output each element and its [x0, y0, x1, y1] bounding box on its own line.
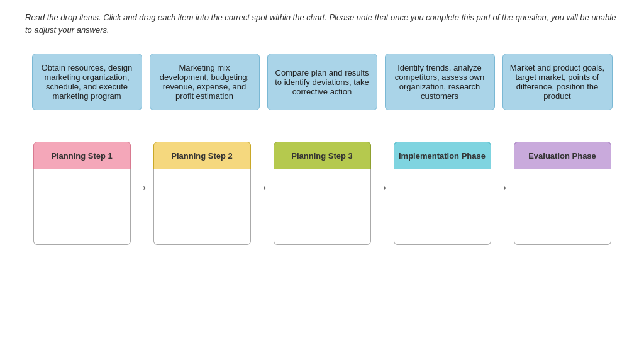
drop-header-col3: Planning Step 3 — [274, 142, 371, 169]
drop-column-col3: Planning Step 3 — [274, 142, 371, 245]
drop-zone-section: Planning Step 1→Planning Step 2→Planning… — [0, 123, 644, 251]
drop-column-col1: Planning Step 1 — [33, 142, 131, 245]
drop-column-col4: Implementation Phase — [394, 142, 491, 245]
arrow-3: → — [371, 179, 394, 196]
drop-header-col4: Implementation Phase — [394, 142, 491, 169]
drag-item-item1[interactable]: Obtain resources, design marketing organ… — [32, 54, 142, 110]
drag-items-container: Obtain resources, design marketing organ… — [0, 42, 644, 116]
drop-column-col2: Planning Step 2 — [153, 142, 251, 245]
drop-box-col5[interactable] — [514, 169, 611, 245]
arrow-2: → — [251, 179, 274, 196]
drop-header-col2: Planning Step 2 — [153, 142, 251, 169]
drop-header-col1: Planning Step 1 — [33, 142, 131, 169]
drop-box-col1[interactable] — [33, 169, 131, 245]
drop-header-col5: Evaluation Phase — [514, 142, 611, 169]
drag-item-item3[interactable]: Compare plan and results to identify dev… — [267, 54, 377, 110]
arrow-1: → — [131, 179, 153, 196]
drag-item-item2[interactable]: Marketing mix development, budgeting: re… — [150, 54, 260, 110]
drop-column-col5: Evaluation Phase — [514, 142, 611, 245]
drop-box-col2[interactable] — [153, 169, 251, 245]
arrow-4: → — [491, 179, 514, 196]
drop-box-col4[interactable] — [394, 169, 491, 245]
drag-item-item5[interactable]: Market and product goals, target market,… — [502, 54, 613, 110]
instructions-text: Read the drop items. Click and drag each… — [0, 0, 644, 42]
drop-box-col3[interactable] — [274, 169, 371, 245]
drag-item-item4[interactable]: Identify trends, analyze competitors, as… — [385, 54, 495, 110]
